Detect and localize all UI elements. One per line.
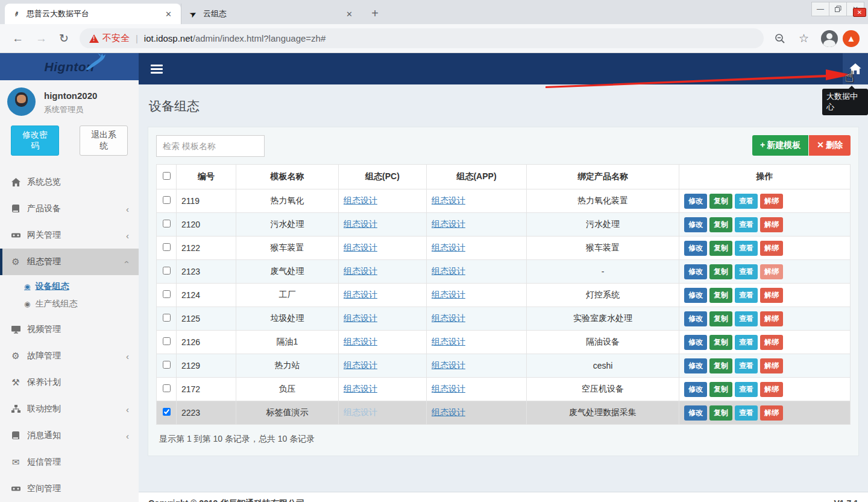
pc-config-link[interactable]: 组态设计 (344, 360, 377, 370)
pc-config-link[interactable]: 组态设计 (344, 384, 377, 393)
pc-config-link[interactable]: 组态设计 (344, 290, 377, 299)
sidebar-subitem[interactable]: ◉生产线组态 (0, 295, 139, 313)
sidebar-item[interactable]: 空间管理 (0, 475, 139, 502)
copy-button[interactable]: 复制 (709, 264, 732, 279)
app-config-link[interactable]: 组态设计 (432, 407, 465, 417)
sidebar-subitem[interactable]: ◉设备组态 (0, 278, 139, 295)
sidebar-item[interactable]: 联动控制‹ (0, 396, 139, 422)
row-checkbox[interactable] (163, 267, 171, 275)
restore-button[interactable] (829, 2, 847, 16)
browser-update-icon[interactable]: ▲ (843, 30, 860, 47)
row-checkbox[interactable] (163, 290, 171, 298)
unbind-button[interactable]: 解绑 (760, 217, 783, 232)
app-config-link[interactable]: 组态设计 (432, 290, 465, 299)
reload-button[interactable]: ↻ (53, 31, 75, 45)
edit-button[interactable]: 修改 (684, 335, 707, 350)
app-config-link[interactable]: 组态设计 (432, 384, 465, 393)
edit-button[interactable]: 修改 (684, 217, 707, 232)
view-button[interactable]: 查看 (735, 217, 758, 232)
sidebar-item[interactable]: ✉短信管理 (0, 449, 139, 475)
edit-button[interactable]: 修改 (684, 405, 707, 421)
view-button[interactable]: 查看 (735, 335, 758, 350)
row-checkbox[interactable] (163, 220, 171, 227)
unbind-button[interactable]: 解绑 (760, 382, 783, 397)
copy-button[interactable]: 复制 (709, 217, 732, 232)
unbind-button[interactable]: 解绑 (760, 335, 783, 350)
view-button[interactable]: 查看 (735, 288, 758, 303)
row-checkbox[interactable] (163, 314, 171, 322)
sidebar-item[interactable]: 视频管理 (0, 316, 139, 343)
sidebar-item[interactable]: 网关管理‹ (0, 222, 139, 249)
new-template-button[interactable]: +新建模板 (752, 135, 808, 156)
edit-button[interactable]: 修改 (684, 194, 707, 209)
close-window-button[interactable]: ✕ ✕ (846, 2, 864, 16)
delete-button[interactable]: ✕删除 (809, 135, 851, 156)
tab-close-icon[interactable]: ✕ (343, 8, 356, 20)
app-config-link[interactable]: 组态设计 (432, 219, 465, 229)
back-button[interactable]: ← (6, 32, 30, 45)
view-button[interactable]: 查看 (735, 194, 758, 209)
unbind-button[interactable]: 解绑 (760, 288, 783, 303)
unbind-button[interactable]: 解绑 (760, 311, 783, 326)
view-button[interactable]: 查看 (735, 358, 758, 373)
pc-config-link[interactable]: 组态设计 (344, 243, 377, 252)
zoom-out-icon[interactable] (769, 33, 791, 44)
new-tab-button[interactable]: + (366, 5, 383, 22)
sidebar-item[interactable]: ⚒保养计划 (0, 369, 139, 396)
browser-profile-avatar[interactable] (821, 30, 838, 47)
bigdata-home-button[interactable] (843, 53, 868, 84)
sidebar-item[interactable]: ⚙故障管理‹ (0, 343, 139, 369)
search-input[interactable] (156, 135, 265, 157)
view-button[interactable]: 查看 (735, 382, 758, 397)
app-config-link[interactable]: 组态设计 (432, 313, 465, 323)
minimize-button[interactable]: — (811, 2, 829, 16)
view-button[interactable]: 查看 (735, 405, 758, 421)
row-checkbox[interactable] (163, 384, 171, 392)
copy-button[interactable]: 复制 (709, 358, 732, 373)
row-checkbox[interactable] (163, 243, 171, 251)
pc-config-link[interactable]: 组态设计 (344, 313, 377, 323)
logout-button[interactable]: 退出系统 (80, 126, 128, 156)
copy-button[interactable]: 复制 (709, 382, 732, 397)
select-all-checkbox[interactable] (163, 172, 171, 180)
copy-button[interactable]: 复制 (709, 405, 732, 421)
tab-close-icon[interactable]: ✕ (162, 8, 175, 20)
browser-tab-inactive[interactable]: ➤ 云组态 ✕ (181, 4, 362, 24)
row-checkbox[interactable] (163, 337, 171, 345)
app-config-link[interactable]: 组态设计 (432, 266, 465, 276)
copy-button[interactable]: 复制 (709, 194, 732, 209)
copy-button[interactable]: 复制 (709, 311, 732, 326)
copy-button[interactable]: 复制 (709, 241, 732, 256)
app-config-link[interactable]: 组态设计 (432, 360, 465, 370)
view-button[interactable]: 查看 (735, 311, 758, 326)
sidebar-item[interactable]: 消息通知‹ (0, 422, 139, 449)
edit-button[interactable]: 修改 (684, 311, 707, 326)
app-config-link[interactable]: 组态设计 (432, 243, 465, 252)
view-button[interactable]: 查看 (735, 241, 758, 256)
pc-config-link[interactable]: 组态设计 (344, 195, 377, 205)
row-checkbox[interactable] (163, 408, 171, 416)
copy-button[interactable]: 复制 (709, 335, 732, 350)
view-button[interactable]: 查看 (735, 264, 758, 279)
pc-config-link[interactable]: 组态设计 (344, 337, 377, 346)
app-config-link[interactable]: 组态设计 (432, 195, 465, 205)
edit-button[interactable]: 修改 (684, 241, 707, 256)
row-checkbox[interactable] (163, 361, 171, 369)
edit-button[interactable]: 修改 (684, 382, 707, 397)
unbind-button[interactable]: 解绑 (760, 194, 783, 209)
sidebar-item[interactable]: 产品设备‹ (0, 195, 139, 222)
bookmark-star-icon[interactable]: ☆ (791, 31, 816, 45)
sidebar-item[interactable]: ⚙组态管理‹ (0, 249, 139, 275)
app-config-link[interactable]: 组态设计 (432, 337, 465, 346)
copy-button[interactable]: 复制 (709, 288, 732, 303)
address-bar[interactable]: 不安全 | iot.idosp.net /admin/index.html?la… (80, 28, 764, 48)
pc-config-link[interactable]: 组态设计 (344, 219, 377, 229)
sidebar-item[interactable]: 系统总览 (0, 169, 139, 195)
unbind-button[interactable]: 解绑 (760, 405, 783, 421)
edit-button[interactable]: 修改 (684, 264, 707, 279)
edit-button[interactable]: 修改 (684, 358, 707, 373)
change-password-button[interactable]: 修改密码 (11, 126, 59, 156)
forward-button[interactable]: → (30, 32, 53, 45)
unbind-button[interactable]: 解绑 (760, 241, 783, 256)
unbind-button[interactable]: 解绑 (760, 358, 783, 373)
